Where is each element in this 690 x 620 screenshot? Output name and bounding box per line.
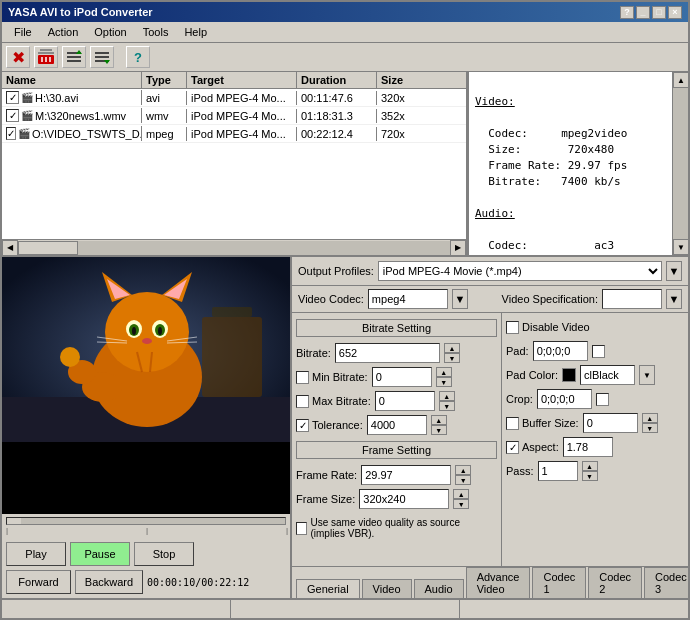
bitrate-down-btn[interactable]: ▼ xyxy=(444,353,460,363)
codec-label: Codec: xyxy=(488,127,528,140)
pass-input[interactable] xyxy=(538,461,578,481)
tab-generial[interactable]: Generial xyxy=(296,579,360,598)
menu-help[interactable]: Help xyxy=(176,24,215,40)
frame-size-down[interactable]: ▼ xyxy=(453,499,469,509)
help-toolbar-btn[interactable]: ? xyxy=(126,46,150,68)
help-title-btn[interactable]: ? xyxy=(620,6,634,19)
min-bitrate-input[interactable] xyxy=(372,367,432,387)
table-row[interactable]: 🎬 M:\320news1.wmv wmv iPod MPEG-4 Mo... … xyxy=(2,107,466,125)
aspect-input[interactable] xyxy=(563,437,613,457)
col-header-type[interactable]: Type xyxy=(142,72,187,88)
tab-video[interactable]: Video xyxy=(362,579,412,598)
menu-tools[interactable]: Tools xyxy=(135,24,177,40)
output-profiles-select[interactable]: iPod MPEG-4 Movie (*.mp4) xyxy=(378,261,662,281)
max-bitrate-input[interactable] xyxy=(375,391,435,411)
svg-point-26 xyxy=(132,327,136,335)
pass-down[interactable]: ▼ xyxy=(582,471,598,481)
frame-rate-input[interactable] xyxy=(361,465,451,485)
move-down-toolbar-btn[interactable] xyxy=(90,46,114,68)
buffer-down[interactable]: ▼ xyxy=(642,423,658,433)
crop-checkbox[interactable] xyxy=(596,393,609,406)
play-button[interactable]: Play xyxy=(6,542,66,566)
menu-action[interactable]: Action xyxy=(40,24,87,40)
tab-codec2[interactable]: Codec 2 xyxy=(588,567,642,598)
frame-size-input[interactable] xyxy=(359,489,449,509)
max-bitrate-up[interactable]: ▲ xyxy=(439,391,455,401)
max-bitrate-checkbox[interactable] xyxy=(296,395,309,408)
col-header-size[interactable]: Size xyxy=(377,72,417,88)
buffer-up[interactable]: ▲ xyxy=(642,413,658,423)
tolerance-input[interactable] xyxy=(367,415,427,435)
tolerance-up[interactable]: ▲ xyxy=(431,415,447,425)
info-scroll-down[interactable]: ▼ xyxy=(673,239,688,255)
pad-checkbox[interactable] xyxy=(592,345,605,358)
buffer-checkbox[interactable] xyxy=(506,417,519,430)
forward-button[interactable]: Forward xyxy=(6,570,71,594)
min-bitrate-down[interactable]: ▼ xyxy=(436,377,452,387)
disable-video-checkbox[interactable] xyxy=(506,321,519,334)
file-check-2[interactable] xyxy=(6,127,16,140)
file-check-0[interactable] xyxy=(6,91,19,104)
progress-track[interactable] xyxy=(6,517,286,525)
bitrate-up-btn[interactable]: ▲ xyxy=(444,343,460,353)
vbr-checkbox[interactable] xyxy=(296,522,307,535)
stop-button[interactable]: Stop xyxy=(134,542,194,566)
info-scroll-up[interactable]: ▲ xyxy=(673,72,688,88)
video-codec-label: Video Codec: xyxy=(298,293,364,305)
menu-option[interactable]: Option xyxy=(86,24,134,40)
col-header-name[interactable]: Name xyxy=(2,72,142,88)
aspect-checkbox[interactable] xyxy=(506,441,519,454)
frame-rate-up[interactable]: ▲ xyxy=(455,465,471,475)
file-check-1[interactable] xyxy=(6,109,19,122)
table-row[interactable]: 🎬 H:\30.avi avi iPod MPEG-4 Mo... 00:11:… xyxy=(2,89,466,107)
min-bitrate-checkbox[interactable] xyxy=(296,371,309,384)
pad-color-swatch[interactable] xyxy=(562,368,576,382)
video-spec-dropdown[interactable]: ▼ xyxy=(666,289,682,309)
info-scroll-track[interactable] xyxy=(673,88,688,239)
file-size-1: 352x xyxy=(377,109,417,123)
video-spec-input[interactable] xyxy=(602,289,662,309)
scroll-left-btn[interactable]: ◀ xyxy=(2,240,18,256)
pad-color-dropdown[interactable]: ▼ xyxy=(639,365,655,385)
table-row[interactable]: 🎬 O:\VIDEO_TSWTS_D... mpeg iPod MPEG-4 M… xyxy=(2,125,466,143)
video-codec-dropdown[interactable]: ▼ xyxy=(452,289,468,309)
buffer-input[interactable] xyxy=(583,413,638,433)
frame-size-up[interactable]: ▲ xyxy=(453,489,469,499)
close-btn[interactable]: × xyxy=(668,6,682,19)
col-header-duration[interactable]: Duration xyxy=(297,72,377,88)
aspect-text: Aspect: xyxy=(522,441,559,453)
tolerance-down[interactable]: ▼ xyxy=(431,425,447,435)
vbr-text: Use same video quality as source (implie… xyxy=(310,517,497,539)
tab-audio[interactable]: Audio xyxy=(414,579,464,598)
menu-file[interactable]: File xyxy=(6,24,40,40)
control-row-1: Play Pause Stop xyxy=(6,542,286,566)
buffer-row: Buffer Size: ▲ ▼ xyxy=(506,413,684,433)
minimize-btn[interactable]: _ xyxy=(636,6,650,19)
delete-toolbar-btn[interactable] xyxy=(34,46,58,68)
max-bitrate-down[interactable]: ▼ xyxy=(439,401,455,411)
bitrate-input[interactable] xyxy=(335,343,440,363)
output-profiles-dropdown-btn[interactable]: ▼ xyxy=(666,261,682,281)
pad-color-input[interactable] xyxy=(580,365,635,385)
backward-button[interactable]: Backward xyxy=(75,570,143,594)
pad-input[interactable] xyxy=(533,341,588,361)
scroll-thumb-h[interactable] xyxy=(18,241,78,255)
crop-input[interactable] xyxy=(537,389,592,409)
maximize-btn[interactable]: □ xyxy=(652,6,666,19)
pause-button[interactable]: Pause xyxy=(70,542,130,566)
tab-codec1[interactable]: Codec 1 xyxy=(532,567,586,598)
tab-codec3[interactable]: Codec 3 xyxy=(644,567,688,598)
scroll-track-h[interactable] xyxy=(18,241,450,255)
min-bitrate-up[interactable]: ▲ xyxy=(436,367,452,377)
video-codec-input[interactable] xyxy=(368,289,448,309)
frame-rate-down[interactable]: ▼ xyxy=(455,475,471,485)
size-value: 720x480 xyxy=(568,143,614,156)
pass-up[interactable]: ▲ xyxy=(582,461,598,471)
settings-toolbar-btn[interactable]: ✖ xyxy=(6,46,30,68)
tab-advance-video[interactable]: Advance Video xyxy=(466,567,531,598)
tolerance-checkbox[interactable] xyxy=(296,419,309,432)
move-up-toolbar-btn[interactable] xyxy=(62,46,86,68)
title-bar-buttons: ? _ □ × xyxy=(620,6,682,19)
scroll-right-btn[interactable]: ▶ xyxy=(450,240,466,256)
col-header-target[interactable]: Target xyxy=(187,72,297,88)
